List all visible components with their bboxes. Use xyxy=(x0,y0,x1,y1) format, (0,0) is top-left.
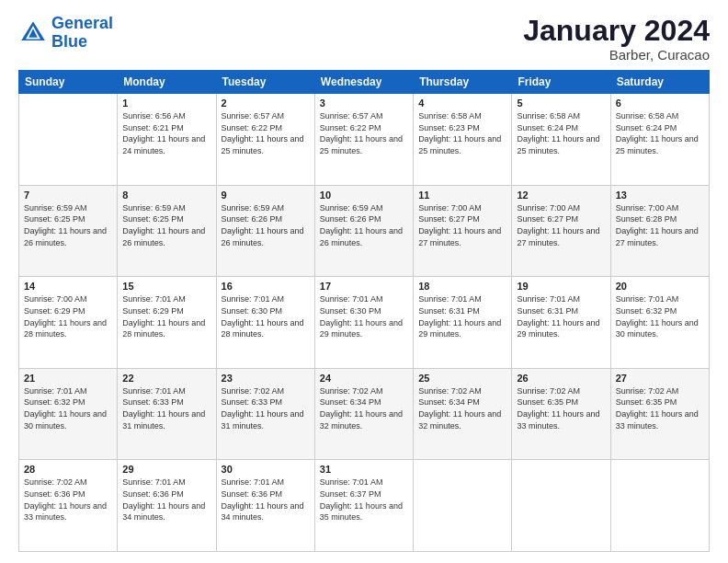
calendar-cell-w1-d3: 10 Sunrise: 6:59 AMSunset: 6:26 PMDaylig… xyxy=(314,185,413,277)
day-number: 22 xyxy=(122,373,210,384)
day-number: 6 xyxy=(616,98,704,109)
calendar-cell-w3-d0: 21 Sunrise: 7:01 AMSunset: 6:32 PMDaylig… xyxy=(19,368,118,460)
day-number: 12 xyxy=(517,190,605,201)
day-number: 14 xyxy=(24,281,112,292)
day-number: 28 xyxy=(24,464,112,475)
day-info: Sunrise: 7:01 AMSunset: 6:30 PMDaylight:… xyxy=(320,294,403,339)
calendar-cell-w4-d4 xyxy=(414,460,512,552)
calendar-cell-w1-d6: 13 Sunrise: 7:00 AMSunset: 6:28 PMDaylig… xyxy=(610,185,709,277)
day-number: 7 xyxy=(24,190,112,201)
day-number: 3 xyxy=(320,98,408,109)
day-number: 8 xyxy=(122,190,210,201)
logo-icon xyxy=(18,18,48,48)
day-info: Sunrise: 7:02 AMSunset: 6:34 PMDaylight:… xyxy=(320,386,403,431)
day-number: 10 xyxy=(320,190,408,201)
day-info: Sunrise: 7:01 AMSunset: 6:33 PMDaylight:… xyxy=(122,386,205,431)
day-number: 24 xyxy=(320,373,408,384)
main-title: January 2024 xyxy=(523,15,710,47)
calendar-cell-w2-d2: 16 Sunrise: 7:01 AMSunset: 6:30 PMDaylig… xyxy=(216,277,314,369)
day-info: Sunrise: 6:59 AMSunset: 6:25 PMDaylight:… xyxy=(122,203,205,247)
day-info: Sunrise: 6:57 AMSunset: 6:22 PMDaylight:… xyxy=(222,111,304,155)
calendar-cell-w2-d1: 15 Sunrise: 7:01 AMSunset: 6:29 PMDaylig… xyxy=(118,277,216,369)
day-info: Sunrise: 6:58 AMSunset: 6:24 PMDaylight:… xyxy=(616,111,699,155)
day-info: Sunrise: 7:00 AMSunset: 6:27 PMDaylight:… xyxy=(517,203,599,247)
header-saturday: Saturday xyxy=(610,71,709,94)
day-info: Sunrise: 6:59 AMSunset: 6:26 PMDaylight:… xyxy=(320,203,403,247)
day-info: Sunrise: 7:02 AMSunset: 6:34 PMDaylight:… xyxy=(418,386,501,431)
calendar-cell-w1-d5: 12 Sunrise: 7:00 AMSunset: 6:27 PMDaylig… xyxy=(512,185,610,277)
day-info: Sunrise: 7:00 AMSunset: 6:29 PMDaylight:… xyxy=(24,294,107,339)
day-number: 13 xyxy=(616,190,704,201)
day-number: 21 xyxy=(24,373,112,384)
subtitle: Barber, Curacao xyxy=(523,47,710,63)
calendar-cell-w4-d0: 28 Sunrise: 7:02 AMSunset: 6:36 PMDaylig… xyxy=(19,460,118,552)
calendar-cell-w4-d2: 30 Sunrise: 7:01 AMSunset: 6:36 PMDaylig… xyxy=(216,460,314,552)
calendar-cell-w0-d3: 3 Sunrise: 6:57 AMSunset: 6:22 PMDayligh… xyxy=(314,94,413,186)
day-info: Sunrise: 7:02 AMSunset: 6:33 PMDaylight:… xyxy=(222,386,304,431)
day-info: Sunrise: 6:59 AMSunset: 6:26 PMDaylight:… xyxy=(222,203,304,247)
day-number: 15 xyxy=(122,281,210,292)
calendar-cell-w0-d0 xyxy=(19,94,118,186)
day-info: Sunrise: 7:02 AMSunset: 6:35 PMDaylight:… xyxy=(616,386,699,431)
day-info: Sunrise: 7:02 AMSunset: 6:35 PMDaylight:… xyxy=(517,386,599,431)
page: General Blue January 2024 Barber, Curaca… xyxy=(0,0,728,563)
calendar-table: Sunday Monday Tuesday Wednesday Thursday… xyxy=(18,70,710,552)
day-number: 18 xyxy=(418,281,506,292)
week-row-3: 21 Sunrise: 7:01 AMSunset: 6:32 PMDaylig… xyxy=(19,368,710,460)
header-thursday: Thursday xyxy=(414,71,512,94)
logo-text: General Blue xyxy=(51,15,113,52)
day-info: Sunrise: 7:01 AMSunset: 6:30 PMDaylight:… xyxy=(222,294,304,339)
day-number: 20 xyxy=(616,281,704,292)
day-number: 31 xyxy=(320,464,408,475)
logo: General Blue xyxy=(18,15,113,52)
day-info: Sunrise: 6:58 AMSunset: 6:24 PMDaylight:… xyxy=(517,111,599,155)
day-number: 1 xyxy=(122,98,210,109)
day-number: 27 xyxy=(616,373,704,384)
day-info: Sunrise: 7:01 AMSunset: 6:37 PMDaylight:… xyxy=(320,477,403,522)
calendar-cell-w1-d2: 9 Sunrise: 6:59 AMSunset: 6:26 PMDayligh… xyxy=(216,185,314,277)
calendar-cell-w2-d5: 19 Sunrise: 7:01 AMSunset: 6:31 PMDaylig… xyxy=(512,277,610,369)
day-info: Sunrise: 7:01 AMSunset: 6:32 PMDaylight:… xyxy=(24,386,107,431)
calendar-cell-w2-d6: 20 Sunrise: 7:01 AMSunset: 6:32 PMDaylig… xyxy=(610,277,709,369)
day-number: 19 xyxy=(517,281,605,292)
calendar-cell-w0-d2: 2 Sunrise: 6:57 AMSunset: 6:22 PMDayligh… xyxy=(216,94,314,186)
logo-line1: General xyxy=(51,14,113,32)
day-info: Sunrise: 6:58 AMSunset: 6:23 PMDaylight:… xyxy=(418,111,501,155)
logo-line2: Blue xyxy=(51,32,87,51)
day-number: 4 xyxy=(418,98,506,109)
week-row-4: 28 Sunrise: 7:02 AMSunset: 6:36 PMDaylig… xyxy=(19,460,710,552)
day-info: Sunrise: 6:59 AMSunset: 6:25 PMDaylight:… xyxy=(24,203,107,247)
calendar-cell-w3-d4: 25 Sunrise: 7:02 AMSunset: 6:34 PMDaylig… xyxy=(414,368,512,460)
calendar-cell-w3-d2: 23 Sunrise: 7:02 AMSunset: 6:33 PMDaylig… xyxy=(216,368,314,460)
day-info: Sunrise: 7:01 AMSunset: 6:36 PMDaylight:… xyxy=(222,477,304,522)
day-info: Sunrise: 7:00 AMSunset: 6:27 PMDaylight:… xyxy=(418,203,501,247)
header-friday: Friday xyxy=(512,71,610,94)
calendar-cell-w0-d6: 6 Sunrise: 6:58 AMSunset: 6:24 PMDayligh… xyxy=(610,94,709,186)
calendar-header-row: Sunday Monday Tuesday Wednesday Thursday… xyxy=(19,71,710,94)
header-wednesday: Wednesday xyxy=(314,71,413,94)
day-info: Sunrise: 7:00 AMSunset: 6:28 PMDaylight:… xyxy=(616,203,699,247)
day-number: 30 xyxy=(222,464,310,475)
day-number: 9 xyxy=(222,190,310,201)
day-number: 23 xyxy=(222,373,310,384)
calendar-cell-w4-d6 xyxy=(610,460,709,552)
calendar-cell-w2-d3: 17 Sunrise: 7:01 AMSunset: 6:30 PMDaylig… xyxy=(314,277,413,369)
day-info: Sunrise: 7:01 AMSunset: 6:31 PMDaylight:… xyxy=(517,294,599,339)
day-info: Sunrise: 7:01 AMSunset: 6:29 PMDaylight:… xyxy=(122,294,205,339)
day-number: 2 xyxy=(222,98,310,109)
calendar-cell-w3-d3: 24 Sunrise: 7:02 AMSunset: 6:34 PMDaylig… xyxy=(314,368,413,460)
day-info: Sunrise: 7:01 AMSunset: 6:32 PMDaylight:… xyxy=(616,294,699,339)
week-row-2: 14 Sunrise: 7:00 AMSunset: 6:29 PMDaylig… xyxy=(19,277,710,369)
week-row-1: 7 Sunrise: 6:59 AMSunset: 6:25 PMDayligh… xyxy=(19,185,710,277)
header: General Blue January 2024 Barber, Curaca… xyxy=(18,15,710,63)
day-number: 26 xyxy=(517,373,605,384)
calendar-cell-w4-d5 xyxy=(512,460,610,552)
calendar-cell-w0-d1: 1 Sunrise: 6:56 AMSunset: 6:21 PMDayligh… xyxy=(118,94,216,186)
day-number: 16 xyxy=(222,281,310,292)
day-number: 29 xyxy=(122,464,210,475)
calendar-cell-w2-d4: 18 Sunrise: 7:01 AMSunset: 6:31 PMDaylig… xyxy=(414,277,512,369)
calendar-cell-w1-d4: 11 Sunrise: 7:00 AMSunset: 6:27 PMDaylig… xyxy=(414,185,512,277)
calendar-cell-w4-d3: 31 Sunrise: 7:01 AMSunset: 6:37 PMDaylig… xyxy=(314,460,413,552)
week-row-0: 1 Sunrise: 6:56 AMSunset: 6:21 PMDayligh… xyxy=(19,94,710,186)
day-number: 11 xyxy=(418,190,506,201)
